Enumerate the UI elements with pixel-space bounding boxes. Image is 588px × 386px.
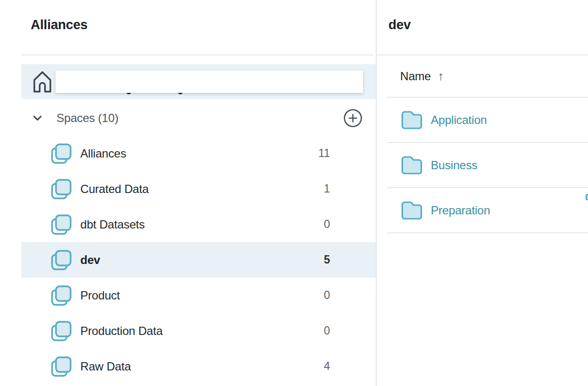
space-count: 0: [324, 324, 330, 337]
redacted-label-overlay: [55, 70, 363, 93]
space-icon: [51, 178, 72, 200]
folder-link[interactable]: Preparation: [431, 204, 490, 217]
space-count: 1: [324, 182, 330, 195]
home-item[interactable]: [21, 64, 376, 99]
sidebar-item-production-data[interactable]: Production Data 0: [21, 313, 376, 349]
left-panel-title: Alliances: [31, 18, 88, 33]
title-divider: [21, 54, 374, 55]
right-panel-title: dev: [388, 18, 411, 33]
space-icon: [51, 320, 72, 342]
space-name: Curated Data: [80, 182, 148, 196]
sidebar-panel: Alliances Spaces (10): [0, 0, 376, 386]
folder-icon: [401, 110, 423, 130]
folder-row-application[interactable]: Application: [387, 98, 588, 143]
sidebar-item-dbt-datasets[interactable]: dbt Datasets 0: [21, 207, 376, 242]
column-header-name[interactable]: Name ↑: [400, 69, 444, 83]
space-icon: [51, 249, 72, 271]
folder-icon: [401, 155, 423, 175]
space-count: 0: [324, 289, 330, 302]
space-icon: [51, 214, 72, 235]
home-icon: [32, 70, 53, 93]
spaces-section-label: Spaces (10): [56, 111, 118, 125]
space-name: Alliances: [80, 147, 126, 160]
space-name: Raw Data: [80, 360, 131, 373]
space-name: dev: [80, 253, 100, 267]
spaces-tree: Spaces (10) Alliances 11: [21, 100, 376, 384]
folder-link[interactable]: Business: [431, 158, 478, 172]
space-name: dbt Datasets: [80, 218, 145, 231]
spaces-section-header[interactable]: Spaces (10): [21, 100, 376, 136]
space-icon: [51, 285, 72, 306]
sidebar-item-alliances[interactable]: Alliances 11: [21, 136, 376, 171]
space-icon: [51, 356, 72, 377]
catalog-browser: Alliances Spaces (10): [0, 0, 588, 386]
sidebar-item-dev[interactable]: dev 5: [21, 242, 376, 278]
space-count: 5: [324, 253, 330, 266]
space-count: 0: [324, 218, 330, 231]
space-icon: [51, 143, 72, 164]
space-name: Product: [80, 289, 120, 302]
name-column-label: Name: [400, 70, 431, 83]
space-count: 11: [318, 147, 330, 160]
sort-ascending-icon: ↑: [438, 69, 443, 83]
plus-circle-icon: [343, 108, 363, 128]
folder-table: Application Business Preparation: [387, 98, 588, 233]
content-panel: dev Name ↑ Application Business: [377, 0, 588, 386]
sidebar-item-raw-data[interactable]: Raw Data 4: [21, 349, 376, 384]
title-divider: [377, 54, 588, 55]
clipped-icon: [586, 194, 588, 200]
sidebar-item-product[interactable]: Product 0: [21, 278, 376, 313]
add-space-button[interactable]: [343, 108, 363, 128]
space-count: 4: [324, 360, 330, 373]
folder-row-business[interactable]: Business: [387, 143, 588, 188]
folder-link[interactable]: Application: [431, 113, 487, 127]
sidebar-item-curated-data[interactable]: Curated Data 1: [21, 171, 376, 207]
folder-row-preparation[interactable]: Preparation: [387, 188, 588, 233]
chevron-down-icon[interactable]: [31, 111, 44, 125]
folder-icon: [401, 200, 423, 221]
space-name: Production Data: [80, 324, 163, 338]
